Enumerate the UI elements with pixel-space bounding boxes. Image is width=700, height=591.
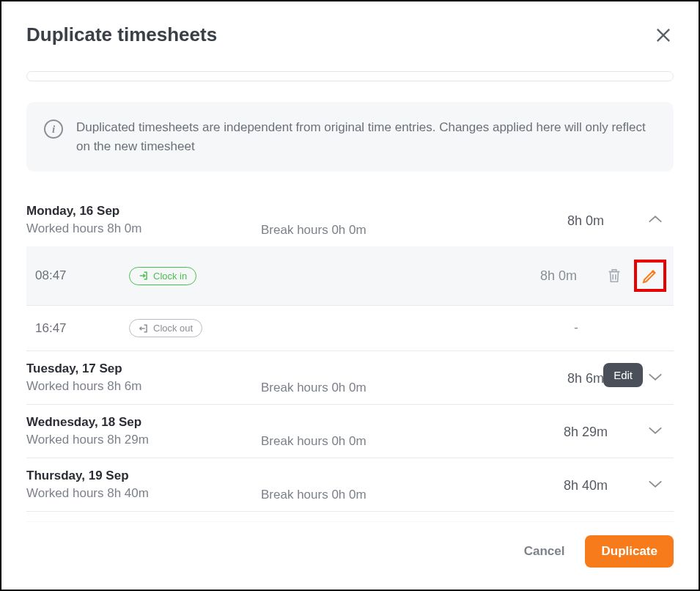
- entry-time: 16:47: [35, 321, 129, 336]
- day-header-thursday[interactable]: Thursday, 19 Sep Worked hours 8h 40m Bre…: [26, 458, 674, 512]
- info-text: Duplicated timesheets are independent fr…: [76, 118, 656, 155]
- day-name: Thursday, 19 Sep: [26, 469, 202, 483]
- info-icon: i: [44, 120, 63, 139]
- edit-tooltip: Edit: [603, 363, 643, 387]
- day-total: 8h 40m: [534, 478, 637, 493]
- day-name: Tuesday, 17 Sep: [26, 361, 202, 376]
- modal-header: Duplicate timesheets: [26, 23, 674, 46]
- chevron-down-icon: [647, 425, 663, 436]
- modal-title: Duplicate timesheets: [26, 23, 217, 46]
- day-total: 8h 29m: [534, 425, 637, 440]
- worked-hours: Worked hours 8h 29m: [26, 433, 202, 447]
- chevron-down-icon: [647, 479, 663, 489]
- entry-duration: -: [498, 320, 578, 336]
- day-header-monday[interactable]: Monday, 16 Sep Worked hours 8h 0m Break …: [26, 194, 674, 246]
- expand-toggle[interactable]: [637, 479, 674, 492]
- day-total: 8h 0m: [534, 213, 637, 229]
- scroll-area: i Duplicated timesheets are independent …: [26, 71, 674, 521]
- cancel-button[interactable]: Cancel: [518, 535, 571, 568]
- day-header-wednesday[interactable]: Wednesday, 18 Sep Worked hours 8h 29m Br…: [26, 405, 674, 458]
- time-entry-clock-in: 08:47 Clock in 8h 0m: [26, 246, 674, 306]
- collapsed-panel-edge: [26, 71, 674, 81]
- day-header-friday[interactable]: Friday, 20 Sep 9h 9m: [26, 512, 674, 521]
- modal-footer: Cancel Duplicate: [26, 521, 674, 590]
- close-icon: [653, 25, 674, 45]
- close-button[interactable]: [653, 25, 674, 45]
- chevron-up-icon: [647, 214, 663, 224]
- clock-in-icon: [139, 271, 149, 281]
- time-entry-clock-out: 16:47 Clock out -: [26, 306, 674, 351]
- clock-out-icon: [139, 323, 149, 334]
- break-hours: Break hours 0h 0m: [261, 223, 534, 238]
- break-hours: Break hours 0h 0m: [261, 381, 534, 395]
- day-name: Wednesday, 18 Sep: [26, 415, 202, 430]
- entry-duration: 8h 0m: [496, 268, 577, 284]
- expand-toggle[interactable]: [637, 425, 674, 438]
- entry-time: 08:47: [35, 268, 129, 283]
- worked-hours: Worked hours 8h 0m: [26, 221, 202, 236]
- collapse-toggle[interactable]: [637, 214, 674, 227]
- break-hours: Break hours 0h 0m: [261, 434, 534, 449]
- info-banner: i Duplicated timesheets are independent …: [26, 102, 674, 172]
- pencil-icon[interactable]: [641, 267, 659, 285]
- clock-in-badge: Clock in: [129, 267, 196, 285]
- day-header-tuesday[interactable]: Tuesday, 17 Sep Worked hours 8h 6m Break…: [26, 351, 674, 405]
- trash-icon[interactable]: [606, 267, 622, 285]
- worked-hours: Worked hours 8h 40m: [26, 486, 202, 501]
- clock-out-badge: Clock out: [129, 319, 202, 337]
- day-name: Monday, 16 Sep: [26, 204, 202, 219]
- break-hours: Break hours 0h 0m: [261, 488, 534, 502]
- chevron-down-icon: [647, 372, 663, 382]
- edit-highlight-box: [634, 260, 666, 292]
- worked-hours: Worked hours 8h 6m: [26, 379, 202, 394]
- duplicate-button[interactable]: Duplicate: [585, 535, 674, 568]
